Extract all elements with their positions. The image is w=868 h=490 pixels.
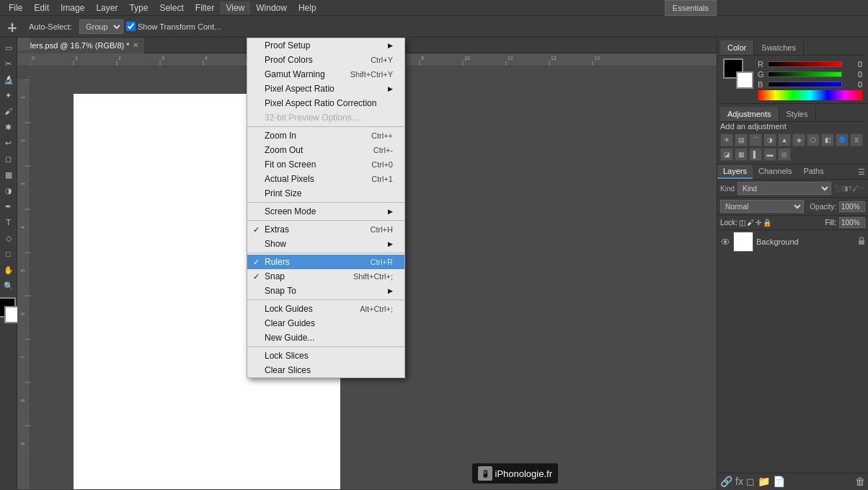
dodge-tool-icon[interactable]: ◑ — [1, 183, 16, 198]
menu-type[interactable]: Type — [123, 1, 154, 14]
menu-item-snap[interactable]: Snap Shift+Ctrl+; — [247, 269, 404, 284]
menu-image[interactable]: Image — [55, 1, 90, 14]
adj-levels-icon[interactable]: ▤ — [735, 134, 748, 146]
adj-photo-filter-icon[interactable]: 🔵 — [836, 134, 849, 146]
type-tool-icon[interactable]: T — [1, 215, 16, 229]
menu-item-proof-colors-shortcut: Ctrl+Y — [371, 56, 393, 64]
menu-item-pixel-aspect-ratio[interactable]: Pixel Aspect Ratio — [247, 82, 404, 96]
tab-styles[interactable]: Styles — [779, 107, 816, 121]
history-brush-icon[interactable]: ↩ — [1, 136, 16, 150]
color-spectrum[interactable] — [758, 90, 862, 100]
kind-select[interactable]: Kind — [738, 182, 831, 195]
new-group-icon[interactable]: 📁 — [758, 476, 770, 487]
adj-selective-color-icon[interactable]: ◎ — [778, 148, 791, 161]
selection-tool-icon[interactable]: ▭ — [1, 40, 16, 55]
menu-edit[interactable]: Edit — [28, 1, 55, 14]
tab-layers[interactable]: Layers — [717, 165, 753, 179]
menu-view[interactable]: View — [220, 1, 250, 14]
pen-tool-icon[interactable]: ✒ — [1, 199, 16, 214]
layers-panel-menu-icon[interactable]: ☰ — [858, 167, 865, 177]
menu-item-gamut-warning[interactable]: Gamut Warning Shift+Ctrl+Y — [247, 67, 404, 82]
tab-swatches[interactable]: Swatches — [754, 40, 804, 55]
spot-heal-tool-icon[interactable]: ✦ — [1, 88, 16, 102]
adj-posterize-icon[interactable]: ▦ — [735, 148, 748, 161]
new-layer-icon[interactable]: 📄 — [773, 476, 785, 487]
color-b-slider[interactable] — [768, 82, 842, 87]
opacity-label: Opacity: — [810, 203, 836, 211]
auto-select-select[interactable]: Group Layer — [79, 19, 123, 34]
layer-eye-icon[interactable] — [720, 237, 730, 247]
fill-input[interactable] — [839, 217, 865, 228]
adj-vibrance-icon[interactable]: ▲ — [778, 134, 791, 146]
menu-item-pixel-aspect-ratio-label: Pixel Aspect Ratio — [265, 84, 335, 94]
add-style-icon[interactable]: fx — [735, 476, 743, 487]
adj-brightness-icon[interactable]: ☀ — [720, 134, 733, 146]
adj-invert-icon[interactable]: ◪ — [720, 148, 733, 161]
link-layers-icon[interactable]: 🔗 — [720, 476, 732, 487]
lock-transparent-icon[interactable]: ◫ — [739, 219, 745, 227]
menu-item-print-size[interactable]: Print Size — [247, 186, 404, 201]
layer-background-row[interactable]: Background — [717, 230, 868, 253]
adj-bw-icon[interactable]: ◧ — [821, 134, 834, 146]
tab-channels[interactable]: Channels — [753, 165, 797, 179]
color-fg-bg[interactable] — [723, 58, 753, 89]
menu-item-proof-colors[interactable]: Proof Colors Ctrl+Y — [247, 53, 404, 67]
menu-layer[interactable]: Layer — [90, 1, 123, 14]
opacity-input[interactable] — [839, 201, 865, 212]
adj-gradient-map-icon[interactable]: ▬ — [763, 148, 776, 161]
menu-item-zoom-out[interactable]: Zoom Out Ctrl+- — [247, 143, 404, 157]
menu-item-lock-slices[interactable]: Lock Slices — [247, 349, 404, 363]
lock-all-icon[interactable]: 🔒 — [763, 219, 771, 227]
crop-tool-icon[interactable]: ✂ — [1, 56, 16, 71]
tab-adjustments[interactable]: Adjustments — [720, 107, 779, 121]
adj-mixer-icon[interactable]: ⧖ — [850, 134, 863, 146]
delete-layer-icon[interactable]: 🗑 — [855, 476, 865, 487]
adj-threshold-icon[interactable]: ▌ — [749, 148, 762, 161]
path-tool-icon[interactable]: ◇ — [1, 231, 16, 245]
bg-color-swatch[interactable] — [736, 71, 753, 89]
adj-curves-icon[interactable]: ⌒ — [749, 134, 762, 146]
menu-item-proof-setup[interactable]: Proof Setup — [247, 38, 404, 53]
menu-window[interactable]: Window — [250, 1, 293, 14]
menu-item-fit-screen[interactable]: Fit on Screen Ctrl+0 — [247, 157, 404, 172]
zoom-tool-icon[interactable]: 🔍 — [1, 279, 16, 293]
add-mask-icon[interactable]: ◻ — [746, 476, 755, 487]
shape-tool-icon[interactable]: □ — [1, 247, 16, 261]
clone-tool-icon[interactable]: ✱ — [1, 120, 16, 134]
menu-item-lock-guides[interactable]: Lock Guides Alt+Ctrl+; — [247, 302, 404, 316]
menu-select[interactable]: Select — [154, 1, 189, 14]
menu-item-clear-slices[interactable]: Clear Slices — [247, 363, 404, 377]
menu-item-show[interactable]: Show — [247, 237, 404, 251]
brush-tool-icon[interactable]: 🖌 — [1, 104, 16, 118]
show-transform-checkbox[interactable] — [126, 22, 136, 31]
menu-item-snap-to[interactable]: Snap To — [247, 284, 404, 298]
rulers-tab[interactable]: rulers.psd @ 16.7% (RGB/8) * ✕ — [17, 38, 145, 53]
adj-color-balance-icon[interactable]: ⬡ — [807, 134, 820, 146]
tab-close-icon[interactable]: ✕ — [133, 41, 138, 49]
eraser-tool-icon[interactable]: ◻ — [1, 152, 16, 166]
menu-filter[interactable]: Filter — [190, 1, 221, 14]
tab-paths[interactable]: Paths — [798, 165, 830, 179]
menu-item-pixel-aspect-correction[interactable]: Pixel Aspect Ratio Correction — [247, 96, 404, 110]
menu-item-extras[interactable]: Extras Ctrl+H — [247, 222, 404, 237]
menu-help[interactable]: Help — [293, 1, 322, 14]
menu-item-clear-guides[interactable]: Clear Guides — [247, 316, 404, 331]
adj-hue-sat-icon[interactable]: ◈ — [792, 134, 805, 146]
blend-mode-select[interactable]: Normal — [720, 200, 804, 213]
menu-item-actual-pixels[interactable]: Actual Pixels Ctrl+1 — [247, 172, 404, 186]
menu-file[interactable]: File — [3, 1, 28, 14]
color-r-slider[interactable] — [768, 61, 842, 67]
essentials-button[interactable]: Essentials — [665, 0, 717, 16]
gradient-tool-icon[interactable]: ▦ — [1, 167, 16, 182]
adj-exposure-icon[interactable]: ◑ — [763, 134, 776, 146]
tab-color[interactable]: Color — [720, 40, 754, 55]
color-g-slider[interactable] — [768, 71, 842, 77]
menu-item-new-guide[interactable]: New Guide... — [247, 331, 404, 345]
lock-position-icon[interactable]: ✛ — [756, 219, 761, 227]
menu-item-rulers[interactable]: Rulers Ctrl+R — [247, 255, 404, 269]
hand-tool-icon[interactable]: ✋ — [1, 263, 16, 277]
lock-image-icon[interactable]: 🖌 — [747, 219, 754, 227]
menu-item-zoom-in[interactable]: Zoom In Ctrl++ — [247, 128, 404, 143]
menu-item-screen-mode[interactable]: Screen Mode — [247, 204, 404, 219]
eyedropper-tool-icon[interactable]: 🔬 — [1, 72, 16, 87]
